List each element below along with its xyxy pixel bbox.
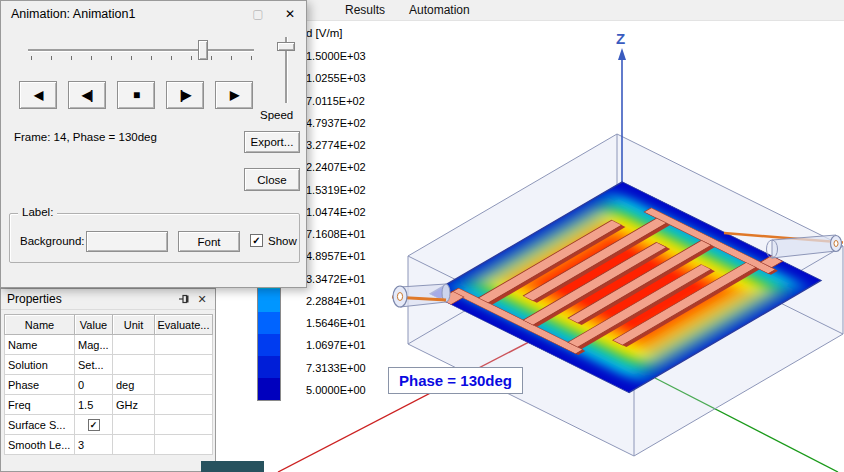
property-value[interactable]: 1.5	[75, 395, 113, 415]
property-name: Phase	[5, 375, 75, 395]
legend-value: 7.3133E+00	[306, 357, 366, 379]
step-forward-button[interactable]: |▶	[166, 81, 204, 109]
frame-status-text: Frame: 14, Phase = 130deg	[14, 131, 157, 143]
legend-value: 7.1608E+01	[306, 223, 366, 245]
property-unit[interactable]	[113, 355, 155, 375]
property-row: Smooth Le...3	[5, 435, 213, 455]
column-header[interactable]: Value	[75, 315, 113, 335]
speed-slider-thumb[interactable]	[277, 42, 295, 51]
application-window: ResultsAutomation	[0, 0, 844, 472]
property-unit[interactable]	[113, 415, 155, 435]
property-evaluate	[155, 335, 213, 355]
property-evaluate	[155, 375, 213, 395]
font-button[interactable]: Font	[178, 231, 240, 252]
properties-panel: Properties ✕ NameValueUnitEvaluate... Na…	[0, 288, 216, 472]
legend-value: 1.5319E+02	[306, 179, 366, 201]
stop-button[interactable]: ■	[117, 81, 155, 109]
slider-tick	[91, 56, 92, 60]
property-unit[interactable]	[113, 335, 155, 355]
legend-value: 4.7937E+02	[306, 112, 366, 134]
frame-slider[interactable]	[28, 49, 254, 51]
property-value[interactable]: Mag...	[75, 335, 113, 355]
legend-value: 1.0255E+03	[306, 67, 366, 89]
play-reverse-button[interactable]: ◀	[19, 81, 57, 109]
label-groupbox: Label: Background: Font ✓ Show	[9, 213, 300, 263]
property-unit[interactable]	[113, 435, 155, 455]
legend-value: 3.3472E+01	[306, 268, 366, 290]
property-value[interactable]: Set...	[75, 355, 113, 375]
legend-header: d [V/m]	[306, 27, 342, 39]
properties-close-icon[interactable]: ✕	[193, 291, 211, 308]
properties-panel-title: Properties	[7, 292, 62, 306]
menu-item-automation[interactable]: Automation	[409, 3, 470, 17]
property-row: Phase0deg	[5, 375, 213, 395]
legend-value: 1.5000E+03	[306, 45, 366, 67]
property-value[interactable]: ✓	[75, 415, 113, 435]
legend-value: 1.0474E+02	[306, 201, 366, 223]
property-row: NameMag...	[5, 335, 213, 355]
slider-tick	[171, 56, 172, 60]
pin-icon[interactable]	[175, 291, 193, 308]
property-evaluate	[155, 415, 213, 435]
slider-tick	[211, 56, 212, 60]
slider-tick	[191, 56, 192, 60]
legend-value: 5.0000E+00	[306, 379, 366, 401]
slider-tick	[251, 56, 252, 60]
z-axis-arrow	[618, 48, 626, 60]
step-back-button[interactable]: ◀|	[68, 81, 106, 109]
legend-value: 2.2407E+02	[306, 156, 366, 178]
legend-color-segment	[258, 356, 280, 378]
column-header[interactable]: Unit	[113, 315, 155, 335]
play-forward-button[interactable]: ▶	[215, 81, 253, 109]
background-color-button[interactable]	[86, 231, 168, 252]
legend-color-segment	[258, 334, 280, 356]
property-name: Solution	[5, 355, 75, 375]
properties-table: NameValueUnitEvaluate... NameMag...Solut…	[4, 314, 213, 455]
export-button[interactable]: Export...	[244, 131, 300, 153]
phase-annotation-label: Phase = 130deg	[388, 367, 523, 394]
close-button[interactable]: Close	[244, 168, 300, 191]
slider-tick	[51, 56, 52, 60]
property-unit[interactable]: deg	[113, 375, 155, 395]
property-name: Freq	[5, 395, 75, 415]
legend-color-segment	[258, 312, 280, 334]
property-row: Surface S...✓	[5, 415, 213, 435]
legend-value: 1.5646E+01	[306, 312, 366, 334]
show-checkbox[interactable]: ✓	[250, 234, 263, 247]
property-value[interactable]: 3	[75, 435, 113, 455]
show-checkbox-label: Show	[268, 235, 297, 247]
property-checkbox[interactable]: ✓	[88, 419, 100, 431]
property-unit[interactable]: GHz	[113, 395, 155, 415]
legend-value: 7.0115E+02	[306, 90, 366, 112]
slider-tick	[31, 56, 32, 60]
properties-header-row: NameValueUnitEvaluate...	[5, 315, 213, 335]
legend-value: 2.2884E+01	[306, 290, 366, 312]
legend-value: 4.8957E+01	[306, 245, 366, 267]
legend-value: 1.0697E+01	[306, 334, 366, 356]
close-icon[interactable]: ✕	[274, 1, 306, 27]
menu-item-results[interactable]: Results	[345, 3, 385, 17]
column-header[interactable]: Evaluate...	[155, 315, 213, 335]
properties-panel-titlebar[interactable]: Properties ✕	[1, 289, 215, 310]
legend-color-segment	[258, 378, 280, 400]
z-axis-label: Z	[616, 30, 625, 47]
slider-tick	[151, 56, 152, 60]
playback-buttons: ◀◀|■|▶▶	[19, 81, 253, 109]
property-value[interactable]: 0	[75, 375, 113, 395]
property-row: Freq1.5GHz	[5, 395, 213, 415]
speed-slider[interactable]	[285, 37, 287, 103]
slider-tick	[231, 56, 232, 60]
menu-items: ResultsAutomation	[345, 3, 470, 17]
property-evaluate	[155, 395, 213, 415]
animation-dialog-titlebar[interactable]: Animation: Animation1 ▢ ✕	[1, 1, 306, 27]
column-header[interactable]: Name	[5, 315, 75, 335]
background-label: Background:	[20, 235, 85, 247]
maximize-icon: ▢	[242, 1, 274, 27]
property-evaluate	[155, 435, 213, 455]
property-name: Name	[5, 335, 75, 355]
animation-dialog: Animation: Animation1 ▢ ✕ ◀◀|■|▶▶ Speed …	[0, 0, 307, 288]
slider-tick	[71, 56, 72, 60]
legend-color-segment	[258, 289, 280, 311]
property-name: Smooth Le...	[5, 435, 75, 455]
property-row: SolutionSet...	[5, 355, 213, 375]
